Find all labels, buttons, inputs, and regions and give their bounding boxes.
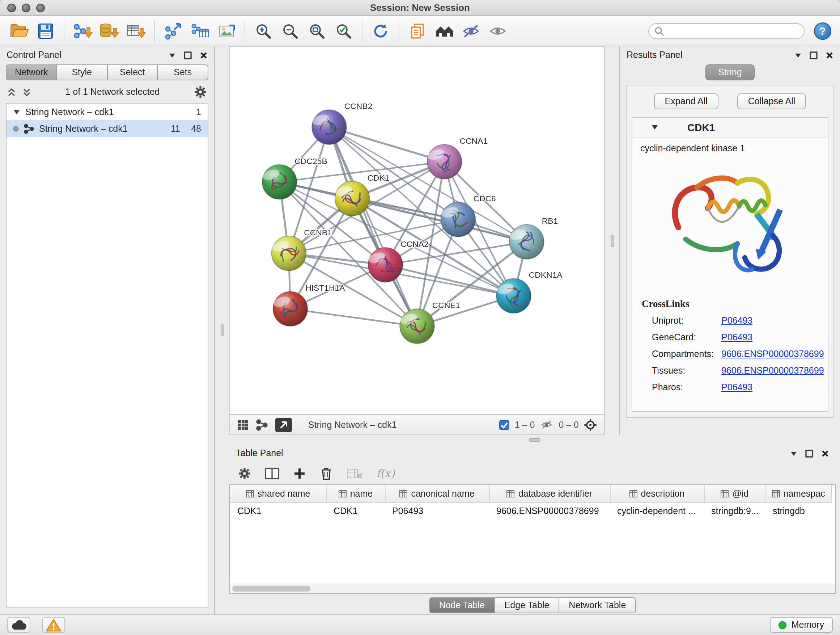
column-header-canonical-name[interactable]: canonical name bbox=[385, 485, 489, 502]
network-node-ccna2[interactable] bbox=[367, 248, 403, 282]
tab-sets[interactable]: Sets bbox=[158, 65, 209, 80]
panel-close-icon[interactable] bbox=[826, 51, 834, 59]
save-session-button[interactable] bbox=[33, 18, 58, 44]
collection-caret-icon[interactable] bbox=[13, 109, 20, 115]
selected-checkbox-icon[interactable] bbox=[500, 420, 510, 430]
detach-view-button[interactable] bbox=[275, 417, 292, 432]
crosslink-link[interactable]: P06493 bbox=[722, 316, 752, 326]
table-cell[interactable]: CDK1 bbox=[326, 502, 385, 519]
tab-edge-table[interactable]: Edge Table bbox=[495, 597, 560, 613]
table-cell[interactable]: 9606.ENSP00000378699 bbox=[489, 502, 610, 519]
crosslink-link[interactable]: 9606.ENSP00000378699 bbox=[722, 366, 824, 376]
copy-document-button[interactable] bbox=[404, 18, 431, 44]
minimize-button[interactable] bbox=[22, 3, 30, 12]
network-node-hist1h1a[interactable] bbox=[272, 291, 308, 326]
network-edge-ccnb2-ccne1[interactable] bbox=[329, 127, 417, 326]
zoom-out-button[interactable] bbox=[277, 18, 303, 44]
tab-node-table[interactable]: Node Table bbox=[429, 597, 495, 613]
export-table-button[interactable] bbox=[187, 18, 213, 44]
help-button[interactable]: ? bbox=[814, 22, 831, 40]
import-network-button[interactable] bbox=[69, 18, 95, 44]
column-header-name[interactable]: name bbox=[326, 485, 385, 502]
network-canvas[interactable]: CCNB2CCNA1CDC25BCDK1CDC6RB1CCNB1CCNA2CDK… bbox=[229, 46, 605, 415]
network-node-ccnb2[interactable] bbox=[311, 110, 347, 144]
crosslink-link[interactable]: 9606.ENSP00000378699 bbox=[722, 349, 824, 359]
fit-content-crosshair-icon[interactable] bbox=[584, 418, 597, 431]
expand-all-button[interactable]: Expand All bbox=[654, 93, 718, 109]
network-node-cdc25b[interactable] bbox=[262, 165, 297, 200]
function-builder-button[interactable]: f(x) bbox=[376, 467, 395, 480]
table-cell[interactable]: CDK1 bbox=[230, 502, 326, 519]
zoom-selected-button[interactable] bbox=[331, 18, 357, 44]
close-button[interactable] bbox=[7, 3, 16, 12]
panel-float-icon[interactable] bbox=[810, 51, 818, 59]
table-cell[interactable]: stringdb:9... bbox=[704, 502, 766, 519]
open-session-button[interactable] bbox=[6, 18, 32, 44]
zoom-in-button[interactable] bbox=[250, 18, 276, 44]
network-graph[interactable]: CCNB2CCNA1CDC25BCDK1CDC6RB1CCNB1CCNA2CDK… bbox=[230, 47, 604, 414]
panel-menu-icon[interactable] bbox=[794, 52, 802, 57]
network-row[interactable]: String Network – cdk1 11 48 bbox=[6, 120, 208, 137]
network-node-ccna1[interactable] bbox=[426, 144, 462, 179]
gene-section-header[interactable]: CDK1 bbox=[632, 118, 828, 138]
table-cell[interactable]: stringdb bbox=[766, 502, 831, 519]
column-header--id[interactable]: @id bbox=[704, 485, 766, 502]
tab-network[interactable]: Network bbox=[6, 65, 57, 80]
show-graphics-details-button[interactable] bbox=[485, 18, 511, 44]
panel-menu-icon[interactable] bbox=[169, 52, 176, 57]
splitter-handle[interactable] bbox=[220, 325, 224, 336]
tab-string[interactable]: String bbox=[705, 65, 755, 80]
splitter-handle[interactable] bbox=[529, 438, 540, 442]
right-splitter[interactable] bbox=[605, 46, 619, 435]
panel-float-icon[interactable] bbox=[184, 51, 192, 59]
left-splitter[interactable] bbox=[215, 46, 229, 614]
network-node-ccne1[interactable] bbox=[399, 309, 434, 344]
search-input[interactable] bbox=[648, 23, 805, 39]
panel-close-icon[interactable] bbox=[821, 449, 829, 457]
export-image-button[interactable] bbox=[213, 18, 240, 44]
crosslink-link[interactable]: P06493 bbox=[722, 333, 752, 342]
network-node-cdk1[interactable] bbox=[334, 181, 370, 216]
column-header-namespac[interactable]: namespac bbox=[766, 485, 831, 502]
tab-style[interactable]: Style bbox=[57, 65, 108, 80]
network-overview-icon[interactable] bbox=[256, 419, 268, 431]
cloud-status-button[interactable] bbox=[7, 617, 30, 633]
collapse-all-networks-icon[interactable] bbox=[7, 87, 16, 97]
ndex-button[interactable] bbox=[431, 18, 457, 44]
tab-network-table[interactable]: Network Table bbox=[559, 597, 636, 613]
export-network-button[interactable] bbox=[160, 18, 186, 44]
network-edge-hist1h1a-ccne1[interactable] bbox=[290, 309, 417, 326]
column-header-database-identifier[interactable]: database identifier bbox=[489, 485, 610, 502]
section-caret-icon[interactable] bbox=[651, 125, 658, 130]
hide-graphics-details-button[interactable] bbox=[458, 18, 484, 44]
horizontal-scrollbar[interactable] bbox=[230, 584, 835, 593]
delete-column-icon[interactable] bbox=[320, 466, 333, 480]
add-column-icon[interactable] bbox=[293, 467, 306, 480]
network-node-ccnb1[interactable] bbox=[271, 236, 306, 271]
network-node-rb1[interactable] bbox=[508, 225, 544, 259]
table-settings-gear-icon[interactable] bbox=[238, 467, 251, 480]
network-node-cdc6[interactable] bbox=[440, 202, 476, 237]
collapse-all-button[interactable]: Collapse All bbox=[737, 93, 806, 109]
network-collection-row[interactable]: String Network – cdk1 1 bbox=[6, 103, 208, 120]
memory-button[interactable]: Memory bbox=[770, 617, 833, 633]
splitter-handle[interactable] bbox=[610, 235, 614, 247]
network-edge-ccnb2-ccna1[interactable] bbox=[329, 127, 445, 162]
scrollbar-thumb[interactable] bbox=[232, 586, 310, 592]
import-table-button[interactable] bbox=[123, 18, 149, 44]
table-row[interactable]: CDK1CDK1P064939606.ENSP00000378699cyclin… bbox=[230, 502, 831, 519]
column-header-shared-name[interactable]: shared name bbox=[230, 485, 326, 502]
tab-select[interactable]: Select bbox=[107, 65, 158, 80]
panel-menu-icon[interactable] bbox=[790, 451, 797, 456]
column-header-description[interactable]: description bbox=[610, 485, 704, 502]
panel-float-icon[interactable] bbox=[805, 449, 813, 457]
apply-layout-button[interactable] bbox=[368, 18, 393, 44]
hidden-eye-icon[interactable] bbox=[540, 419, 554, 430]
table-splitter[interactable] bbox=[229, 435, 840, 445]
table-cell[interactable]: P06493 bbox=[385, 502, 489, 519]
show-columns-icon[interactable] bbox=[265, 467, 279, 480]
zoom-fit-button[interactable] bbox=[304, 18, 330, 44]
grid-view-icon[interactable] bbox=[237, 419, 249, 431]
network-node-cdkn1a[interactable] bbox=[496, 279, 531, 313]
import-network-from-database-button[interactable] bbox=[96, 18, 122, 44]
